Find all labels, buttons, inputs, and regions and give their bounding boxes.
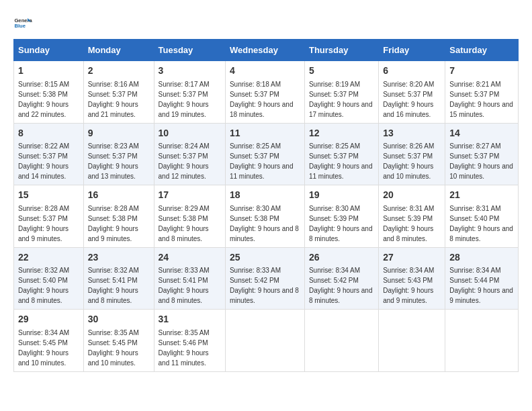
daylight-info: Daylight: 9 hours and 8 minutes. xyxy=(230,225,299,242)
calendar-cell xyxy=(445,310,519,372)
day-number: 29 xyxy=(18,313,79,326)
day-number: 18 xyxy=(230,189,300,202)
calendar-cell: 23Sunrise: 8:32 AMSunset: 5:41 PMDayligh… xyxy=(83,247,154,310)
daylight-info: Daylight: 9 hours and 8 minutes. xyxy=(159,287,209,304)
calendar-cell: 6Sunrise: 8:20 AMSunset: 5:37 PMDaylight… xyxy=(379,61,445,124)
sunrise-info: Sunrise: 8:27 AM xyxy=(449,142,500,150)
day-number: 2 xyxy=(88,64,150,78)
header-saturday: Saturday xyxy=(445,40,519,61)
sunset-info: Sunset: 5:37 PM xyxy=(18,152,68,160)
svg-text:Blue: Blue xyxy=(14,23,26,29)
daylight-info: Daylight: 9 hours and 10 minutes. xyxy=(88,349,138,367)
header-monday: Monday xyxy=(83,40,154,61)
day-number: 3 xyxy=(159,64,221,78)
day-number: 6 xyxy=(383,64,441,78)
calendar-cell: 4Sunrise: 8:18 AMSunset: 5:37 PMDaylight… xyxy=(225,61,304,124)
day-number: 17 xyxy=(159,189,221,202)
daylight-info: Daylight: 9 hours and 19 minutes. xyxy=(159,101,209,118)
sunset-info: Sunset: 5:40 PM xyxy=(18,277,68,284)
calendar-cell: 14Sunrise: 8:27 AMSunset: 5:37 PMDayligh… xyxy=(445,123,519,185)
sunset-info: Sunset: 5:38 PM xyxy=(159,215,208,222)
calendar-cell: 13Sunrise: 8:26 AMSunset: 5:37 PMDayligh… xyxy=(379,123,445,185)
calendar-week-row: 1Sunrise: 8:15 AMSunset: 5:38 PMDaylight… xyxy=(14,61,519,124)
sunset-info: Sunset: 5:41 PM xyxy=(159,277,208,284)
sunrise-info: Sunrise: 8:34 AM xyxy=(449,267,500,274)
day-number: 5 xyxy=(309,64,374,78)
daylight-info: Daylight: 9 hours and 14 minutes. xyxy=(18,163,69,180)
calendar-week-row: 29Sunrise: 8:34 AMSunset: 5:45 PMDayligh… xyxy=(14,310,519,372)
sunset-info: Sunset: 5:45 PM xyxy=(88,339,138,347)
logo: General Blue xyxy=(13,13,35,32)
sunrise-info: Sunrise: 8:31 AM xyxy=(449,205,500,212)
daylight-info: Daylight: 9 hours and 8 minutes. xyxy=(230,287,299,304)
calendar-cell: 22Sunrise: 8:32 AMSunset: 5:40 PMDayligh… xyxy=(14,247,84,310)
day-number: 11 xyxy=(230,127,300,140)
header-sunday: Sunday xyxy=(14,40,84,61)
daylight-info: Daylight: 9 hours and 11 minutes. xyxy=(159,349,209,367)
day-number: 14 xyxy=(449,127,514,140)
daylight-info: Daylight: 9 hours and 8 minutes. xyxy=(18,287,69,304)
day-number: 22 xyxy=(18,251,79,265)
calendar-cell: 3Sunrise: 8:17 AMSunset: 5:37 PMDaylight… xyxy=(154,61,225,124)
sunset-info: Sunset: 5:37 PM xyxy=(230,152,279,160)
day-number: 30 xyxy=(88,313,150,326)
sunset-info: Sunset: 5:39 PM xyxy=(383,215,433,222)
day-number: 4 xyxy=(230,64,300,78)
header-friday: Friday xyxy=(379,40,445,61)
daylight-info: Daylight: 9 hours and 9 minutes. xyxy=(383,287,433,304)
sunrise-info: Sunrise: 8:32 AM xyxy=(18,267,69,274)
calendar-cell xyxy=(225,310,304,372)
sunrise-info: Sunrise: 8:34 AM xyxy=(383,267,434,274)
sunset-info: Sunset: 5:41 PM xyxy=(88,277,138,284)
daylight-info: Daylight: 9 hours and 11 minutes. xyxy=(230,163,294,180)
calendar-cell: 24Sunrise: 8:33 AMSunset: 5:41 PMDayligh… xyxy=(154,247,225,310)
daylight-info: Daylight: 9 hours and 9 minutes. xyxy=(88,225,138,242)
calendar-cell: 11Sunrise: 8:25 AMSunset: 5:37 PMDayligh… xyxy=(225,123,304,185)
sunset-info: Sunset: 5:46 PM xyxy=(159,339,208,347)
day-number: 21 xyxy=(449,189,514,202)
sunrise-info: Sunrise: 8:28 AM xyxy=(88,205,139,212)
daylight-info: Daylight: 9 hours and 8 minutes. xyxy=(449,225,513,242)
sunrise-info: Sunrise: 8:34 AM xyxy=(18,329,69,336)
sunset-info: Sunset: 5:43 PM xyxy=(383,277,433,284)
daylight-info: Daylight: 9 hours and 10 minutes. xyxy=(383,163,433,180)
calendar-cell: 16Sunrise: 8:28 AMSunset: 5:38 PMDayligh… xyxy=(83,185,154,248)
day-number: 19 xyxy=(309,189,374,202)
sunset-info: Sunset: 5:37 PM xyxy=(18,215,68,222)
day-number: 1 xyxy=(18,64,79,78)
sunset-info: Sunset: 5:40 PM xyxy=(449,215,499,222)
header-thursday: Thursday xyxy=(304,40,378,61)
sunrise-info: Sunrise: 8:19 AM xyxy=(309,81,360,88)
sunrise-info: Sunrise: 8:33 AM xyxy=(230,267,281,274)
day-number: 31 xyxy=(159,313,221,326)
calendar-cell: 15Sunrise: 8:28 AMSunset: 5:37 PMDayligh… xyxy=(14,185,84,248)
sunrise-info: Sunrise: 8:22 AM xyxy=(18,142,69,150)
day-number: 8 xyxy=(18,127,79,140)
calendar-cell: 17Sunrise: 8:29 AMSunset: 5:38 PMDayligh… xyxy=(154,185,225,248)
sunset-info: Sunset: 5:37 PM xyxy=(383,91,433,98)
calendar-cell: 28Sunrise: 8:34 AMSunset: 5:44 PMDayligh… xyxy=(445,247,519,310)
calendar-cell xyxy=(379,310,445,372)
calendar-cell xyxy=(304,310,378,372)
day-number: 7 xyxy=(449,64,514,78)
sunrise-info: Sunrise: 8:17 AM xyxy=(159,81,210,88)
logo-icon: General Blue xyxy=(13,13,32,32)
sunset-info: Sunset: 5:42 PM xyxy=(230,277,279,284)
sunset-info: Sunset: 5:37 PM xyxy=(159,91,208,98)
sunrise-info: Sunrise: 8:34 AM xyxy=(309,267,360,274)
sunrise-info: Sunrise: 8:20 AM xyxy=(383,81,434,88)
sunset-info: Sunset: 5:37 PM xyxy=(383,152,433,160)
daylight-info: Daylight: 9 hours and 21 minutes. xyxy=(88,101,138,118)
day-number: 12 xyxy=(309,127,374,140)
daylight-info: Daylight: 9 hours and 13 minutes. xyxy=(88,163,138,180)
daylight-info: Daylight: 9 hours and 12 minutes. xyxy=(159,163,209,180)
calendar-week-row: 8Sunrise: 8:22 AMSunset: 5:37 PMDaylight… xyxy=(14,123,519,185)
sunrise-info: Sunrise: 8:21 AM xyxy=(449,81,500,88)
daylight-info: Daylight: 9 hours and 10 minutes. xyxy=(18,349,69,367)
sunrise-info: Sunrise: 8:25 AM xyxy=(309,142,360,150)
day-number: 9 xyxy=(88,127,150,140)
daylight-info: Daylight: 9 hours and 11 minutes. xyxy=(309,163,373,180)
calendar-cell: 29Sunrise: 8:34 AMSunset: 5:45 PMDayligh… xyxy=(14,310,84,372)
sunset-info: Sunset: 5:38 PM xyxy=(18,91,68,98)
calendar-cell: 20Sunrise: 8:31 AMSunset: 5:39 PMDayligh… xyxy=(379,185,445,248)
